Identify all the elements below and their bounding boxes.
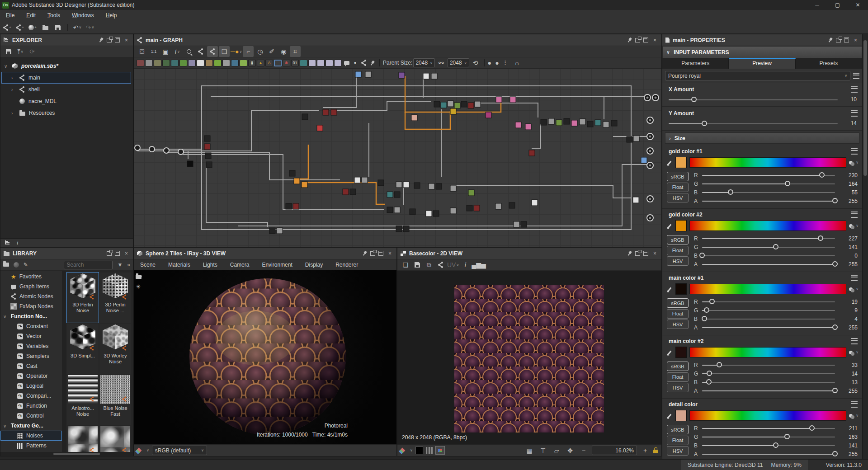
- library-thumbnail[interactable]: 3D Worley Noise: [99, 324, 131, 374]
- float-icon[interactable]: [107, 38, 112, 42]
- graph-node[interactable]: [454, 103, 460, 108]
- view3d-viewport[interactable]: ☀ Photoreal Iterations: 1000/1000 Time: …: [134, 270, 396, 444]
- graph-node[interactable]: [515, 122, 521, 128]
- close-icon[interactable]: ×: [852, 37, 859, 43]
- channel-slider-r[interactable]: [702, 362, 835, 369]
- pin-icon[interactable]: [626, 250, 633, 257]
- copy-image-icon[interactable]: ❏: [400, 259, 411, 270]
- graph-node[interactable]: [403, 226, 409, 232]
- library-category-noises[interactable]: Noises: [0, 431, 62, 441]
- tree-item-shell[interactable]: ›shell: [0, 84, 133, 95]
- plug-icon[interactable]: ●−●: [488, 57, 499, 68]
- hue-gradient-bar[interactable]: [689, 284, 846, 294]
- color-layers-icon[interactable]: [137, 447, 143, 453]
- color-swatch[interactable]: [675, 220, 687, 231]
- color-presets-icon[interactable]: [849, 351, 853, 354]
- node-type-lav-icon[interactable]: [317, 60, 325, 66]
- hue-gradient-bar[interactable]: [689, 347, 846, 357]
- pin-icon[interactable]: [626, 37, 633, 43]
- channel-slider-r[interactable]: [702, 425, 835, 432]
- channel-slider-a[interactable]: [702, 324, 835, 331]
- color-menu-icon[interactable]: [851, 275, 858, 281]
- graph-node[interactable]: [541, 119, 547, 125]
- snap-icon[interactable]: ∩: [512, 57, 523, 68]
- library-category-function[interactable]: ↷Function: [0, 401, 62, 411]
- graph-node[interactable]: [587, 121, 593, 127]
- filter-icon[interactable]: ▼: [117, 262, 123, 268]
- transform-icon[interactable]: ▱: [551, 445, 562, 456]
- color-presets-icon[interactable]: [849, 161, 853, 164]
- view3d-menu-materials[interactable]: Materials: [162, 262, 197, 268]
- new-graph-icon[interactable]: +: [14, 22, 25, 33]
- graph-node[interactable]: [410, 209, 415, 215]
- save-image-icon[interactable]: [412, 259, 423, 270]
- graph-node[interactable]: [204, 144, 210, 150]
- node-type-icon[interactable]: [162, 60, 170, 66]
- graph-node[interactable]: [595, 120, 601, 126]
- view3d-menu-lights[interactable]: Lights: [197, 262, 224, 268]
- graph-node[interactable]: [450, 208, 456, 214]
- maximize-icon[interactable]: [115, 251, 120, 256]
- layers-stack-icon[interactable]: ❏: [219, 46, 230, 57]
- view3d-menu-renderer[interactable]: Renderer: [329, 262, 364, 268]
- hue-gradient-bar[interactable]: [689, 157, 846, 168]
- close-button[interactable]: ✕: [848, 0, 868, 10]
- node-type-bubble-icon[interactable]: [343, 60, 350, 66]
- channel-slider-g[interactable]: [702, 370, 835, 377]
- graph-node[interactable]: [394, 207, 400, 213]
- channels-icon[interactable]: [401, 447, 407, 453]
- eyedropper-icon[interactable]: [667, 287, 671, 292]
- save-all-icon[interactable]: [52, 22, 63, 33]
- color-menu-icon[interactable]: [851, 212, 858, 218]
- pan-icon[interactable]: ✥: [565, 445, 576, 456]
- graph-node[interactable]: [331, 109, 337, 115]
- library-category-variables[interactable]: ↷Variables: [0, 341, 62, 351]
- channel-slider-g[interactable]: [702, 244, 835, 251]
- library-category-texture-ge---[interactable]: ∨Texture Ge...: [0, 421, 62, 431]
- float-icon[interactable]: [635, 38, 640, 42]
- dot-links-icon[interactable]: ─●∨: [231, 46, 242, 57]
- graph-node[interactable]: [556, 120, 562, 126]
- mode-srgb-button[interactable]: sRGB: [667, 425, 689, 434]
- close-icon[interactable]: ×: [123, 250, 130, 257]
- scene-tree-icon[interactable]: [137, 270, 142, 271]
- node-type-icon[interactable]: [231, 60, 239, 66]
- color-presets-icon[interactable]: [849, 287, 853, 291]
- input-parameters-bar[interactable]: ∨ INPUT PARAMETERS: [662, 46, 862, 58]
- export-icon[interactable]: ⤒∨: [15, 46, 26, 57]
- library-category-cast[interactable]: ↷Cast: [0, 361, 62, 371]
- node-type-icon[interactable]: [214, 60, 222, 66]
- node-link-icon[interactable]: [435, 259, 446, 270]
- menu-tools[interactable]: Tools: [42, 10, 66, 21]
- node-type-dots-icon[interactable]: ⣿: [248, 60, 256, 66]
- uv-dropdown[interactable]: UV∨: [447, 259, 459, 270]
- node-type-lav-icon[interactable]: [308, 60, 316, 66]
- node-type-icon[interactable]: [222, 60, 230, 66]
- graph-node[interactable]: [474, 205, 480, 211]
- node-type-warn-icon[interactable]: ▲: [257, 60, 264, 66]
- color-swatch[interactable]: [675, 283, 687, 295]
- node-type-icon[interactable]: [197, 60, 204, 66]
- float-icon[interactable]: [107, 251, 112, 256]
- graph-node[interactable]: [411, 115, 417, 121]
- graph-node[interactable]: [633, 197, 639, 203]
- maximize-icon[interactable]: [378, 251, 383, 256]
- zoom-lock-icon[interactable]: [653, 450, 658, 453]
- maximize-icon[interactable]: [643, 251, 648, 256]
- menu-edit[interactable]: Edit: [20, 10, 42, 21]
- close-icon[interactable]: ×: [651, 250, 658, 257]
- graph-node[interactable]: [521, 221, 527, 227]
- screenshot-icon[interactable]: ▣: [160, 46, 171, 57]
- node-type-01-icon[interactable]: 01: [291, 60, 299, 66]
- graph-node[interactable]: [641, 157, 647, 163]
- graph-node[interactable]: [293, 203, 299, 209]
- graph-node[interactable]: [378, 180, 384, 186]
- maximize-icon[interactable]: [844, 38, 849, 42]
- graph-node[interactable]: [450, 108, 456, 114]
- mode-srgb-button[interactable]: sRGB: [667, 362, 689, 371]
- graph-node[interactable]: [396, 182, 402, 188]
- hue-gradient-bar[interactable]: [689, 221, 846, 231]
- graph-input-node[interactable]: [178, 149, 184, 155]
- minimize-button[interactable]: ─: [807, 0, 827, 10]
- guides-icon[interactable]: ⊤: [538, 445, 548, 456]
